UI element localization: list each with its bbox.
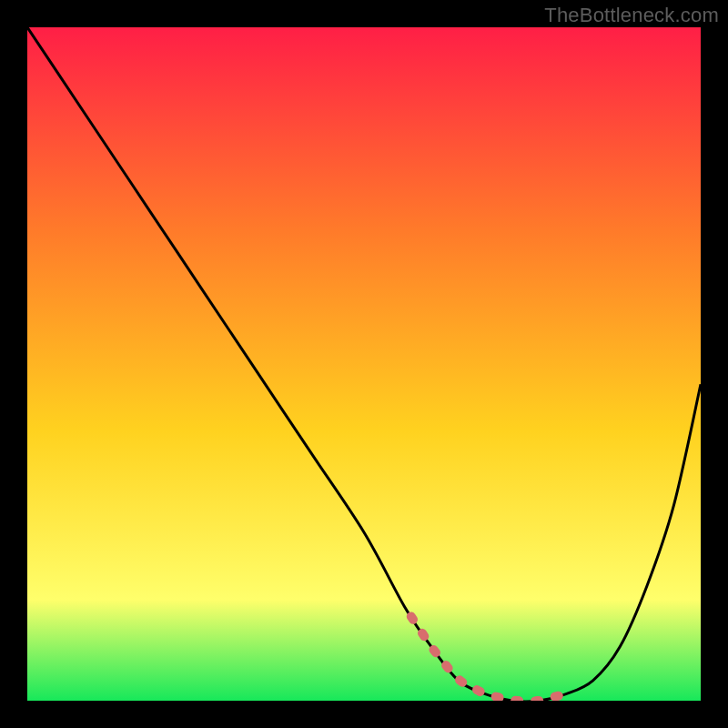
bottleneck-chart bbox=[27, 27, 701, 701]
watermark-text: TheBottleneck.com bbox=[544, 4, 719, 27]
chart-frame: TheBottleneck.com bbox=[0, 0, 728, 728]
gradient-background bbox=[27, 27, 701, 701]
plot-area bbox=[27, 27, 701, 701]
